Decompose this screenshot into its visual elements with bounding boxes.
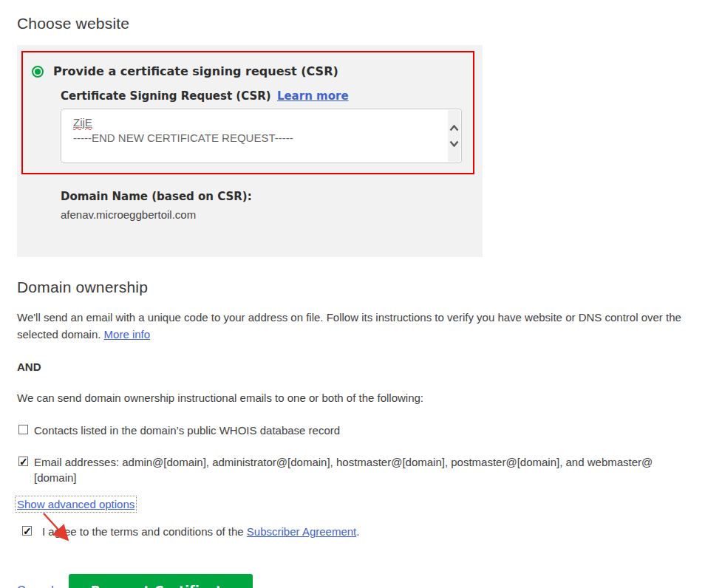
csr-radio-button[interactable] [32,66,44,78]
subscriber-agreement-link[interactable]: Subscriber Agreement [247,525,356,538]
agree-checkbox[interactable] [22,526,32,536]
domain-ownership-intro: We'll send an email with a unique code t… [17,309,706,343]
csr-field-label: Certificate Signing Request (CSR) [61,89,271,103]
csr-text-line1: ZijE [73,114,442,130]
advanced-options-row: Show advanced options [17,498,706,511]
learn-more-link[interactable]: Learn more [277,89,349,103]
email-label-line1: Email addresses: admin@[domain], adminis… [34,456,653,468]
choose-website-panel: Provide a certificate signing request (C… [17,45,483,257]
scroll-down-icon[interactable] [449,140,459,147]
send-emails-text: We can send domain ownership instruction… [17,392,706,404]
csr-radio-row[interactable]: Provide a certificate signing request (C… [32,64,473,78]
email-checkbox-row: Email addresses: admin@[domain], adminis… [18,454,706,485]
domain-ownership-heading: Domain ownership [17,278,706,296]
more-info-link[interactable]: More info [104,328,151,341]
agree-label-text: I agree to the terms and conditions of t… [42,525,244,538]
domain-name-value: afenav.microeggbertoil.com [61,208,483,257]
csr-text-line2: -----END NEW CERTIFICATE REQUEST----- [73,130,442,146]
page: Choose website Provide a certificate sig… [0,0,722,588]
textarea-scrollbar[interactable] [448,110,460,162]
show-advanced-options-link[interactable]: Show advanced options [17,498,134,510]
whois-checkbox-row: Contacts listed in the domain’s public W… [18,423,706,438]
csr-option-highlight-box: Provide a certificate signing request (C… [21,51,474,174]
and-label: AND [17,360,706,373]
page-title: Choose website [17,15,706,33]
csr-radio-label: Provide a certificate signing request (C… [53,64,338,78]
csr-field-label-row: Certificate Signing Request (CSR) Learn … [61,89,473,103]
domain-name-label: Domain Name (based on CSR): [61,190,483,203]
agree-checkbox-row: I agree to the terms and conditions of t… [22,524,706,539]
agree-checkbox-label: I agree to the terms and conditions of t… [42,524,359,539]
agree-label-suffix: . [356,525,359,538]
email-checkbox[interactable] [18,457,28,466]
scroll-up-icon[interactable] [449,125,459,131]
email-label-line2: [domain] [34,471,77,484]
email-checkbox-label: Email addresses: admin@[domain], adminis… [34,454,653,485]
request-certificate-button[interactable]: Request Certificate [69,574,253,588]
whois-checkbox-label: Contacts listed in the domain’s public W… [34,423,340,438]
footer-actions: Cancel Request Certificate [17,574,706,588]
csr-textarea[interactable]: ZijE -----END NEW CERTIFICATE REQUEST---… [61,109,462,163]
whois-checkbox[interactable] [18,425,28,434]
cancel-link[interactable]: Cancel [17,584,54,588]
